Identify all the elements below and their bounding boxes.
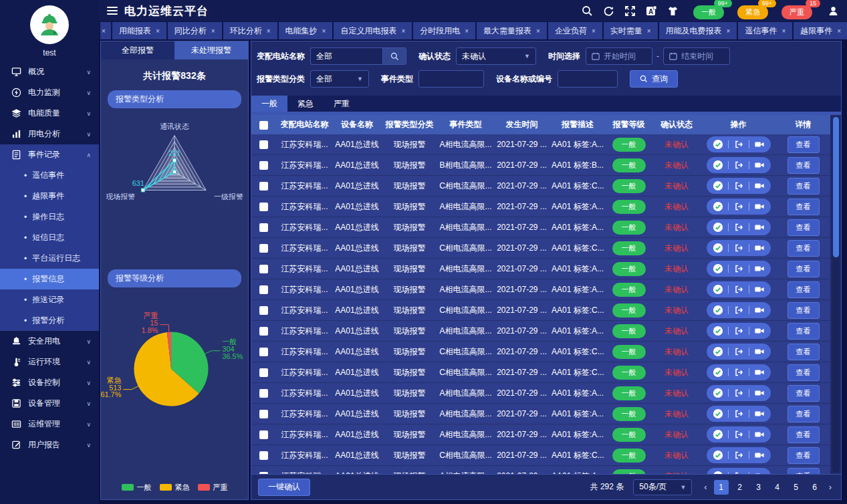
tab-close-icon[interactable]: × (647, 27, 651, 35)
station-input[interactable] (310, 47, 382, 65)
forward-icon[interactable] (733, 429, 744, 440)
tab-越限事件[interactable]: 越限事件× (794, 22, 847, 39)
view-button[interactable]: 查看 (788, 281, 820, 298)
tab-close-icon[interactable]: × (267, 27, 271, 35)
row-checkbox[interactable] (259, 182, 268, 191)
row-checkbox[interactable] (259, 306, 268, 315)
confirm-icon[interactable] (713, 243, 723, 253)
select-all-checkbox[interactable] (259, 121, 268, 130)
confirm-icon[interactable] (713, 201, 723, 212)
forward-icon[interactable] (733, 201, 744, 212)
view-button[interactable]: 查看 (788, 157, 820, 174)
sidebar-subitem-越限事件[interactable]: •越限事件 (0, 186, 99, 207)
tab-close-icon[interactable]: × (211, 27, 215, 35)
sidebar-item-设备控制[interactable]: 设备控制∨ (0, 372, 99, 393)
view-button[interactable]: 查看 (788, 302, 820, 319)
tab-close-icon[interactable]: × (465, 27, 469, 35)
station-search-button[interactable] (382, 47, 406, 65)
row-checkbox[interactable] (259, 161, 268, 170)
confirm-icon[interactable] (713, 263, 723, 274)
view-button[interactable]: 查看 (788, 364, 820, 381)
confirm-icon[interactable] (713, 429, 723, 440)
forward-icon[interactable] (733, 326, 744, 336)
forward-icon[interactable] (733, 160, 744, 170)
video-icon[interactable] (754, 388, 765, 398)
tab-自定义用电报表[interactable]: 自定义用电报表× (334, 22, 412, 39)
sidebar-item-用电分析[interactable]: 用电分析∨ (0, 124, 99, 144)
tab-close-icon[interactable]: × (837, 27, 841, 35)
tab-企业负荷[interactable]: 企业负荷× (548, 22, 602, 39)
video-icon[interactable] (754, 222, 765, 233)
row-checkbox[interactable] (259, 368, 268, 377)
confirm-icon[interactable] (713, 160, 723, 170)
video-icon[interactable] (754, 429, 765, 440)
alarm-level-button-紧急[interactable]: 紧急99+ (737, 5, 768, 19)
view-button[interactable]: 查看 (788, 136, 820, 153)
tab-close-icon[interactable]: × (536, 27, 540, 35)
video-icon[interactable] (754, 305, 765, 316)
page-3[interactable]: 3 (751, 480, 766, 495)
tab-partial[interactable]: × (100, 22, 111, 39)
page-1[interactable]: 1 (714, 480, 729, 495)
row-checkbox[interactable] (259, 244, 268, 253)
row-checkbox[interactable] (259, 140, 268, 149)
row-checkbox[interactable] (259, 410, 268, 418)
scrollbar-thumb[interactable] (833, 117, 839, 257)
confirm-all-button[interactable]: 一键确认 (258, 479, 310, 496)
fullscreen-icon[interactable] (624, 5, 636, 17)
tab-close-icon[interactable]: × (322, 27, 326, 35)
confirm-icon[interactable] (713, 222, 723, 233)
tab-close-icon[interactable]: × (781, 27, 785, 35)
sidebar-subitem-短信日志[interactable]: •短信日志 (0, 227, 99, 248)
tab-close-icon[interactable]: × (401, 27, 405, 35)
sidebar-item-电能质量[interactable]: 电能质量∨ (0, 103, 99, 124)
forward-icon[interactable] (733, 284, 744, 295)
video-icon[interactable] (754, 471, 765, 474)
forward-icon[interactable] (733, 408, 744, 419)
confirm-icon[interactable] (713, 284, 723, 295)
sidebar-subitem-平台运行日志[interactable]: •平台运行日志 (0, 248, 99, 269)
video-icon[interactable] (754, 284, 765, 295)
row-checkbox[interactable] (259, 430, 268, 439)
confirm-icon[interactable] (713, 346, 723, 357)
tab-用能报表[interactable]: 用能报表× (112, 22, 166, 39)
video-icon[interactable] (754, 326, 765, 336)
device-name-input[interactable] (558, 70, 618, 88)
view-button[interactable]: 查看 (788, 344, 820, 360)
row-checkbox[interactable] (259, 389, 268, 398)
summary-tab-全部报警[interactable]: 全部报警 (101, 41, 174, 59)
sidebar-item-事件记录[interactable]: 事件记录∧ (0, 144, 99, 165)
sidebar-item-电力监测[interactable]: 电力监测∨ (0, 82, 99, 103)
level-tab-紧急[interactable]: 紧急 (287, 96, 324, 112)
page-2[interactable]: 2 (733, 480, 747, 495)
row-checkbox[interactable] (259, 327, 268, 336)
event-type-input[interactable] (418, 70, 484, 88)
view-button[interactable]: 查看 (788, 323, 820, 340)
confirm-status-select[interactable]: 未确认▼ (456, 47, 536, 65)
forward-icon[interactable] (733, 305, 744, 316)
row-checkbox[interactable] (259, 472, 268, 474)
view-button[interactable]: 查看 (788, 219, 820, 236)
sidebar-item-设备管理[interactable]: 设备管理∨ (0, 393, 99, 414)
video-icon[interactable] (754, 180, 765, 191)
confirm-icon[interactable] (713, 388, 723, 398)
user-icon[interactable] (827, 5, 839, 17)
alarm-level-button-一般[interactable]: 一般99+ (693, 5, 724, 19)
confirm-icon[interactable] (713, 139, 723, 150)
view-button[interactable]: 查看 (788, 447, 820, 464)
confirm-icon[interactable] (713, 450, 723, 461)
search-icon[interactable] (581, 5, 593, 17)
view-button[interactable]: 查看 (788, 468, 820, 475)
view-button[interactable]: 查看 (788, 178, 820, 195)
end-time-input[interactable]: 结束时间 (663, 47, 730, 65)
row-checkbox[interactable] (259, 265, 268, 273)
video-icon[interactable] (754, 408, 765, 419)
sidebar-item-运行环境[interactable]: 运行环境∨ (0, 352, 99, 372)
tab-用能及电费报表[interactable]: 用能及电费报表× (659, 22, 737, 39)
forward-icon[interactable] (733, 139, 744, 150)
view-button[interactable]: 查看 (788, 385, 820, 402)
level-tab-一般[interactable]: 一般 (251, 96, 287, 112)
tab-close-icon[interactable]: × (156, 27, 160, 35)
view-button[interactable]: 查看 (788, 199, 820, 215)
tab-最大需量报表[interactable]: 最大需量报表× (477, 22, 547, 39)
